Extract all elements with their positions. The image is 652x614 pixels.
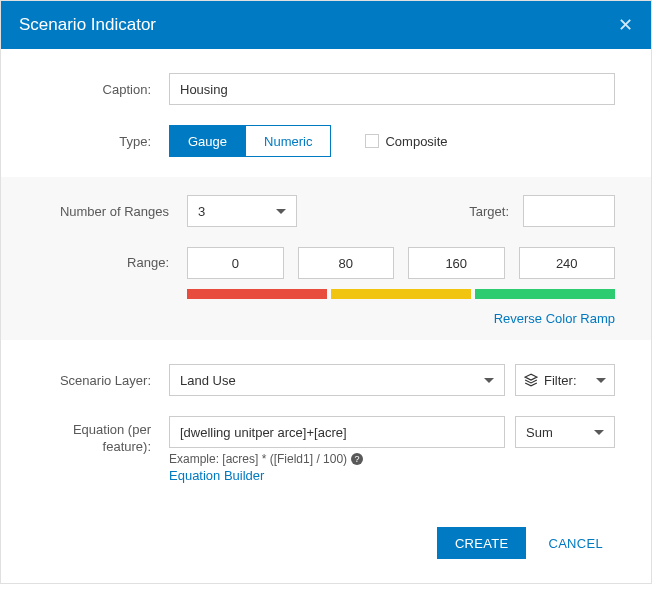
titlebar: Scenario Indicator ✕ xyxy=(1,1,651,49)
svg-marker-0 xyxy=(525,374,537,380)
composite-checkbox[interactable] xyxy=(365,134,379,148)
dialog-body: Caption: Type: Gauge Numeric Composite N… xyxy=(1,49,651,483)
reverse-color-ramp-link[interactable]: Reverse Color Ramp xyxy=(37,311,615,326)
equation-row: Equation (per feature): Sum Example: [ac… xyxy=(37,416,615,483)
number-of-ranges-value: 3 xyxy=(198,204,205,219)
type-numeric-button[interactable]: Numeric xyxy=(246,125,331,157)
type-label: Type: xyxy=(37,134,169,149)
chevron-down-icon xyxy=(276,209,286,214)
equation-builder-link[interactable]: Equation Builder xyxy=(169,468,615,483)
caption-label: Caption: xyxy=(37,82,169,97)
scenario-layer-value: Land Use xyxy=(180,373,236,388)
target-input[interactable] xyxy=(523,195,615,227)
target-label: Target: xyxy=(469,204,509,219)
cancel-button[interactable]: CANCEL xyxy=(536,527,615,559)
create-button[interactable]: CREATE xyxy=(437,527,527,559)
number-of-ranges-label: Number of Ranges xyxy=(37,204,187,219)
ranges-top-row: Number of Ranges 3 Target: xyxy=(37,195,615,227)
ranges-panel: Number of Ranges 3 Target: Range: xyxy=(1,177,651,340)
scenario-layer-label: Scenario Layer: xyxy=(37,373,169,388)
scenario-layer-select[interactable]: Land Use xyxy=(169,364,505,396)
target-group: Target: xyxy=(469,195,615,227)
scenario-section: Scenario Layer: Land Use xyxy=(37,340,615,483)
ramp-segment-red xyxy=(187,289,327,299)
dialog-title: Scenario Indicator xyxy=(19,15,156,35)
type-row: Type: Gauge Numeric Composite xyxy=(37,125,615,157)
color-ramp xyxy=(187,289,615,299)
number-of-ranges-select[interactable]: 3 xyxy=(187,195,297,227)
range-value-0[interactable] xyxy=(187,247,284,279)
composite-label: Composite xyxy=(385,134,447,149)
equation-label: Equation (per feature): xyxy=(37,416,169,456)
filter-label: Filter: xyxy=(544,373,577,388)
scenario-indicator-dialog: Scenario Indicator ✕ Caption: Type: Gaug… xyxy=(0,0,652,584)
help-icon[interactable]: ? xyxy=(351,453,363,465)
range-label: Range: xyxy=(37,247,187,279)
equation-input[interactable] xyxy=(169,416,505,448)
layers-icon xyxy=(524,373,538,387)
ramp-segment-green xyxy=(475,289,615,299)
aggregation-select[interactable]: Sum xyxy=(515,416,615,448)
ramp-segment-yellow xyxy=(331,289,471,299)
chevron-down-icon xyxy=(484,378,494,383)
filter-button[interactable]: Filter: xyxy=(515,364,615,396)
range-inputs-row: Range: xyxy=(37,247,615,279)
type-toggle: Gauge Numeric xyxy=(169,125,331,157)
dialog-footer: CREATE CANCEL xyxy=(1,503,651,583)
range-value-3[interactable] xyxy=(519,247,616,279)
chevron-down-icon xyxy=(596,378,606,383)
range-value-1[interactable] xyxy=(298,247,395,279)
chevron-down-icon xyxy=(594,430,604,435)
aggregation-value: Sum xyxy=(526,425,553,440)
scenario-layer-row: Scenario Layer: Land Use xyxy=(37,364,615,396)
caption-row: Caption: xyxy=(37,73,615,105)
caption-input[interactable] xyxy=(169,73,615,105)
range-value-2[interactable] xyxy=(408,247,505,279)
equation-example: Example: [acres] * ([Field1] / 100) ? xyxy=(169,452,615,466)
type-gauge-button[interactable]: Gauge xyxy=(169,125,246,157)
close-icon[interactable]: ✕ xyxy=(618,14,633,36)
composite-option: Composite xyxy=(365,134,447,149)
